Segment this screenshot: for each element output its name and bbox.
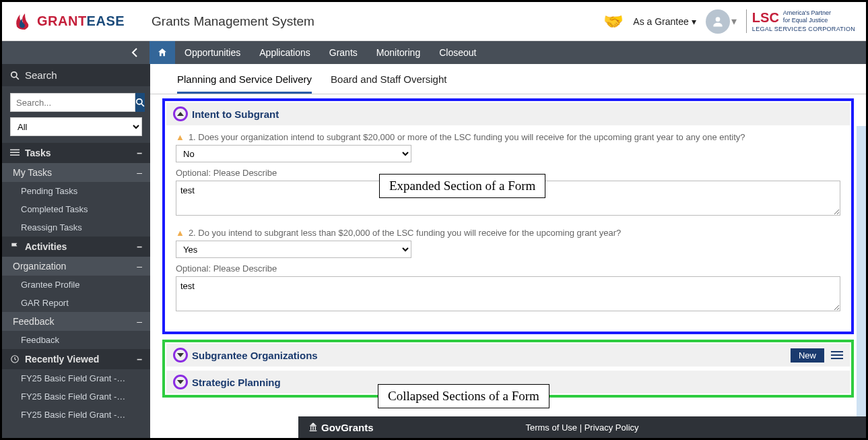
search-label: Search — [25, 69, 57, 81]
warning-icon: ▲ — [176, 228, 185, 238]
sidebar-recently-viewed-header[interactable]: Recently Viewed – — [2, 349, 150, 369]
sidebar-collapse-button[interactable] — [120, 41, 149, 64]
sidebar-item-reassign-tasks[interactable]: Reassign Tasks — [2, 218, 150, 237]
section-title: Strategic Planning — [192, 377, 281, 388]
svg-rect-5 — [10, 150, 20, 151]
svg-point-0 — [715, 17, 720, 22]
caret-down-icon — [177, 380, 184, 384]
sidebar-my-tasks[interactable]: My Tasks– — [2, 163, 150, 182]
tab-board-staff[interactable]: Board and Staff Oversight — [331, 69, 446, 94]
chevron-down-icon: ▾ — [692, 16, 696, 27]
section-body-intent: ▲ 1. Does your organization intend to su… — [166, 125, 850, 330]
role-label-text: As a Grantee — [633, 16, 689, 27]
collapse-icon: – — [137, 354, 142, 365]
section-header-intent[interactable]: Intent to Subgrant — [166, 102, 850, 125]
flag-icon — [10, 242, 20, 251]
section-title: Intent to Subgrant — [192, 108, 279, 120]
search-filter-select[interactable]: All — [10, 117, 142, 136]
svg-line-4 — [141, 104, 144, 106]
sidebar-activities-header[interactable]: Activities – — [2, 237, 150, 257]
govgrants-logo: GovGrants — [308, 422, 374, 433]
expanded-section-frame: Intent to Subgrant ▲ 1. Does your organi… — [162, 98, 854, 334]
nav-closeout[interactable]: Closeout — [430, 41, 486, 64]
nav-applications[interactable]: Applications — [250, 41, 320, 64]
callout-expanded: Expanded Section of a Form — [379, 174, 545, 198]
question-2-desc-label: Optional: Please Describe — [176, 263, 840, 274]
footer-links[interactable]: Terms of Use | Privacy Policy — [525, 422, 638, 433]
warning-icon: ▲ — [176, 132, 185, 142]
header-left: GRANTEASE Grants Management System — [13, 11, 314, 32]
role-switcher[interactable]: As a Grantee ▾ — [633, 16, 696, 27]
collapse-icon: – — [137, 241, 142, 252]
chevron-down-icon: ▾ — [731, 15, 737, 28]
callout-collapsed: Collapsed Sections of a Form — [378, 384, 549, 408]
svg-line-2 — [16, 76, 19, 79]
home-icon — [157, 47, 168, 58]
avatar-icon — [706, 9, 730, 34]
search-icon — [10, 71, 20, 80]
svg-point-1 — [11, 71, 17, 77]
question-2-text: 2. Do you intend to subgrant less than $… — [189, 228, 621, 238]
lsc-logo: LSC America's Partner for Equal Justice … — [746, 9, 855, 33]
menu-icon[interactable] — [831, 349, 843, 361]
header-right: 🤝 As a Grantee ▾ ▾ LSC America's Partner… — [603, 9, 855, 34]
question-2-select[interactable]: Yes — [176, 241, 411, 258]
sidebar-item-pending-tasks[interactable]: Pending Tasks — [2, 182, 150, 200]
svg-rect-7 — [10, 154, 20, 156]
grantease-logo[interactable]: GRANTEASE — [13, 11, 125, 32]
section-title: Subgrantee Organizations — [192, 350, 318, 361]
nav-opportunities[interactable]: Opportunities — [175, 41, 250, 64]
header: GRANTEASE Grants Management System 🤝 As … — [2, 2, 866, 41]
search-button[interactable] — [135, 93, 145, 112]
svg-rect-6 — [10, 152, 20, 153]
nav-monitoring[interactable]: Monitoring — [367, 41, 430, 64]
search-input[interactable] — [10, 93, 135, 112]
activities-label: Activities — [25, 241, 67, 252]
collapse-icon: – — [137, 148, 142, 158]
sub-tabs: Planning and Service Delivery Board and … — [150, 64, 866, 94]
question-2: ▲ 2. Do you intend to subgrant less than… — [176, 228, 840, 314]
new-button[interactable]: New — [791, 348, 824, 363]
right-gutter — [857, 126, 866, 416]
collapse-icon: – — [137, 167, 142, 178]
expand-toggle[interactable] — [173, 348, 188, 363]
question-1-select[interactable]: No — [176, 145, 411, 162]
main-content: Planning and Service Delivery Board and … — [150, 64, 866, 438]
grantease-text: GRANTEASE — [37, 13, 125, 29]
grantease-flame-icon — [13, 11, 33, 32]
sidebar-tasks-header[interactable]: Tasks – — [2, 143, 150, 163]
sidebar-search-box: All — [2, 86, 150, 143]
sidebar-item-gar-report[interactable]: GAR Report — [2, 294, 150, 312]
sidebar: Search All Tasks – My Tasks– Pending Tas… — [2, 64, 150, 438]
sidebar-item-completed-tasks[interactable]: Completed Tasks — [2, 200, 150, 218]
collapse-toggle[interactable] — [173, 106, 188, 121]
tab-planning-service[interactable]: Planning and Service Delivery — [177, 69, 312, 94]
sidebar-item-grantee-profile[interactable]: Grantee Profile — [2, 276, 150, 294]
sidebar-feedback-header[interactable]: Feedback– — [2, 312, 150, 331]
sidebar-item-recent[interactable]: FY25 Basic Field Grant -… — [2, 387, 150, 406]
footer: GovGrants Terms of Use | Privacy Policy — [298, 416, 866, 438]
search-icon — [135, 98, 145, 107]
caret-down-icon — [177, 353, 184, 357]
sidebar-item-recent[interactable]: FY25 Basic Field Grant -… — [2, 406, 150, 424]
collapse-icon: – — [137, 261, 142, 272]
clock-icon — [10, 354, 20, 364]
question-2-textarea[interactable] — [176, 276, 840, 311]
sidebar-item-recent[interactable]: FY25 Basic Field Grant -… — [2, 369, 150, 387]
collapse-icon: – — [137, 316, 142, 327]
system-title: Grants Management System — [152, 14, 314, 29]
home-button[interactable] — [149, 41, 175, 64]
section-header-subgrantee-orgs[interactable]: Subgrantee Organizations New — [166, 344, 850, 367]
sidebar-item-feedback[interactable]: Feedback — [2, 331, 150, 349]
handshake-icon: 🤝 — [603, 12, 624, 31]
expand-toggle[interactable] — [173, 375, 188, 389]
caret-up-icon — [177, 112, 184, 116]
form-scroll-area[interactable]: Intent to Subgrant ▲ 1. Does your organi… — [150, 94, 866, 438]
list-icon — [10, 149, 20, 157]
recently-viewed-label: Recently Viewed — [25, 354, 99, 365]
tasks-label: Tasks — [25, 148, 51, 158]
nav-grants[interactable]: Grants — [320, 41, 367, 64]
body-row: Search All Tasks – My Tasks– Pending Tas… — [2, 64, 866, 438]
sidebar-organization[interactable]: Organization– — [2, 257, 150, 276]
user-menu[interactable]: ▾ — [706, 9, 737, 34]
